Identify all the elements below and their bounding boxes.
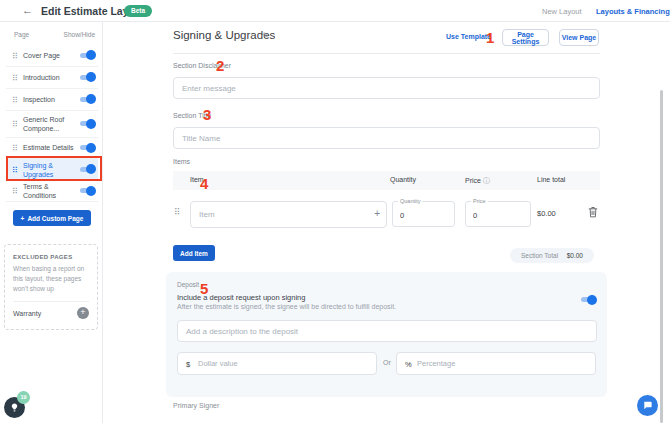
divider	[173, 53, 600, 54]
sidebar-item-label: Cover Page	[23, 51, 75, 60]
sidebar-item-cover-page[interactable]: ⠿ Cover Page	[6, 45, 98, 67]
toggle-inspection[interactable]	[80, 97, 95, 102]
updates-count-badge: 19	[17, 391, 30, 404]
excluded-item-label: Warranty	[13, 310, 41, 317]
line-total-value: $0.00	[537, 209, 556, 218]
item-name-field: +	[190, 201, 387, 228]
beta-badge: Beta	[124, 5, 152, 17]
chat-bubble-icon	[642, 400, 653, 411]
sidebar-item-label: Inspection	[23, 95, 75, 104]
column-header-price: Priceⓘ	[465, 176, 490, 186]
back-arrow-icon[interactable]: ←	[22, 4, 33, 16]
section-disclaimer-input[interactable]	[173, 77, 600, 99]
deposit-dollar-field: $	[177, 352, 377, 375]
excluded-item-warranty: Warranty +	[13, 302, 89, 324]
items-label: Items	[173, 158, 190, 165]
nav-new-layout[interactable]: New Layout	[542, 7, 582, 16]
deposit-percentage-field: %	[396, 352, 596, 375]
column-header-quantity: Quantity	[390, 176, 416, 183]
annotation-1: 1	[486, 29, 494, 46]
excluded-pages-box: EXCLUDED PAGES When basing a report on t…	[4, 244, 98, 330]
item-add-plus-icon[interactable]: +	[374, 208, 380, 219]
items-table-header: Item Quantity Priceⓘ Line total	[173, 171, 600, 190]
page-settings-button[interactable]: Page Settings	[502, 29, 549, 46]
sidebar-item-label: Signing & Upgrades	[23, 160, 75, 178]
price-info-icon[interactable]: ⓘ	[483, 177, 490, 184]
toggle-signing-upgrades[interactable]	[80, 167, 95, 172]
sidebar-item-label: Introduction	[23, 73, 75, 82]
view-page-button[interactable]: View Page	[559, 29, 599, 46]
drag-handle-icon[interactable]: ⠿	[12, 144, 18, 153]
sidebar-header-show-hide: Show/Hide	[64, 31, 95, 38]
annotation-3: 3	[203, 106, 211, 123]
section-title-input[interactable]	[173, 127, 600, 149]
excluded-pages-description: When basing a report on this layout, the…	[13, 264, 89, 294]
sidebar-item-label: Estimate Details	[23, 143, 75, 152]
drag-handle-icon[interactable]: ⠿	[12, 165, 18, 174]
section-total-label: Section Total	[521, 252, 558, 259]
drag-handle-icon[interactable]: ⠿	[12, 95, 18, 104]
deposit-toggle-title: Include a deposit request upon signing	[177, 293, 305, 302]
sidebar-item-terms-conditions[interactable]: ⠿ Terms & Conditions	[6, 181, 98, 202]
deposit-label: Deposit	[177, 281, 199, 288]
section-total-value: $0.00	[567, 252, 583, 259]
deposit-percentage-input[interactable]	[397, 353, 595, 374]
plus-icon: +	[21, 215, 25, 222]
drag-handle-icon[interactable]: ⠿	[12, 120, 18, 129]
annotation-2: 2	[216, 57, 224, 74]
toggle-cover-page[interactable]	[80, 53, 95, 58]
price-field: Price	[465, 201, 531, 227]
drag-handle-icon[interactable]: ⠿	[12, 51, 18, 60]
deposit-toggle-subtitle: After the estimate is signed, the signee…	[177, 303, 396, 310]
edit-estimate-layout-screen: ← Edit Estimate Layout Beta New Layout L…	[0, 0, 670, 423]
section-heading: Signing & Upgrades	[173, 29, 275, 41]
sidebar-item-generic-roof[interactable]: ⠿ Generic Roof Compone...	[6, 111, 98, 138]
add-item-button[interactable]: Add Item	[173, 245, 215, 261]
sidebar-item-inspection[interactable]: ⠿ Inspection	[6, 89, 98, 111]
lightbulb-icon	[9, 402, 20, 413]
sidebar-item-introduction[interactable]: ⠿ Introduction	[6, 67, 98, 89]
excluded-pages-header: EXCLUDED PAGES	[13, 254, 89, 260]
section-total-pill: Section Total $0.00	[510, 248, 594, 263]
sidebar-item-label: Generic Roof Compone...	[23, 115, 75, 133]
quantity-input[interactable]	[393, 202, 454, 226]
sidebar-item-signing-upgrades[interactable]: ⠿ Signing & Upgrades	[6, 159, 98, 181]
deposit-toggle[interactable]	[581, 297, 596, 302]
quantity-field: Quantity	[392, 201, 455, 227]
toggle-terms-conditions[interactable]	[80, 188, 95, 193]
primary-signer-label: Primary Signer	[173, 402, 219, 409]
delete-item-trash-icon[interactable]	[588, 206, 598, 221]
top-bar: ← Edit Estimate Layout Beta New Layout L…	[0, 0, 670, 22]
edit-heading-pencil-icon[interactable]: ✎	[262, 31, 270, 41]
add-custom-page-label: Add Custom Page	[27, 215, 83, 222]
toggle-estimate-details[interactable]	[80, 145, 95, 150]
nav-layouts-financing[interactable]: Layouts & Financing	[596, 7, 670, 16]
deposit-dollar-input[interactable]	[178, 353, 376, 374]
annotation-4: 4	[200, 175, 208, 192]
deposit-description-input[interactable]	[177, 320, 597, 342]
toggle-introduction[interactable]	[80, 75, 95, 80]
item-row-drag-handle-icon[interactable]: ⠿	[174, 207, 181, 217]
scrollbar[interactable]	[660, 90, 663, 423]
sidebar-item-estimate-details[interactable]: ⠿ Estimate Details	[6, 138, 98, 159]
pages-sidebar: Page Show/Hide ⠿ Cover Page ⠿ Introducti…	[0, 22, 103, 423]
item-name-input[interactable]	[191, 202, 386, 227]
drag-handle-icon[interactable]: ⠿	[12, 73, 18, 82]
sidebar-item-label: Terms & Conditions	[23, 182, 75, 200]
chat-button[interactable]	[637, 395, 658, 416]
column-header-line-total: Line total	[537, 176, 565, 183]
add-warranty-icon[interactable]: +	[77, 307, 89, 319]
use-template-link[interactable]: Use Template	[446, 33, 491, 40]
price-input[interactable]	[466, 202, 530, 226]
or-label: Or	[383, 359, 391, 366]
toggle-generic-roof[interactable]	[80, 121, 95, 126]
annotation-5: 5	[200, 280, 208, 297]
sidebar-header-page: Page	[14, 31, 29, 38]
add-custom-page-button[interactable]: + Add Custom Page	[13, 210, 91, 226]
drag-handle-icon[interactable]: ⠿	[12, 187, 18, 196]
